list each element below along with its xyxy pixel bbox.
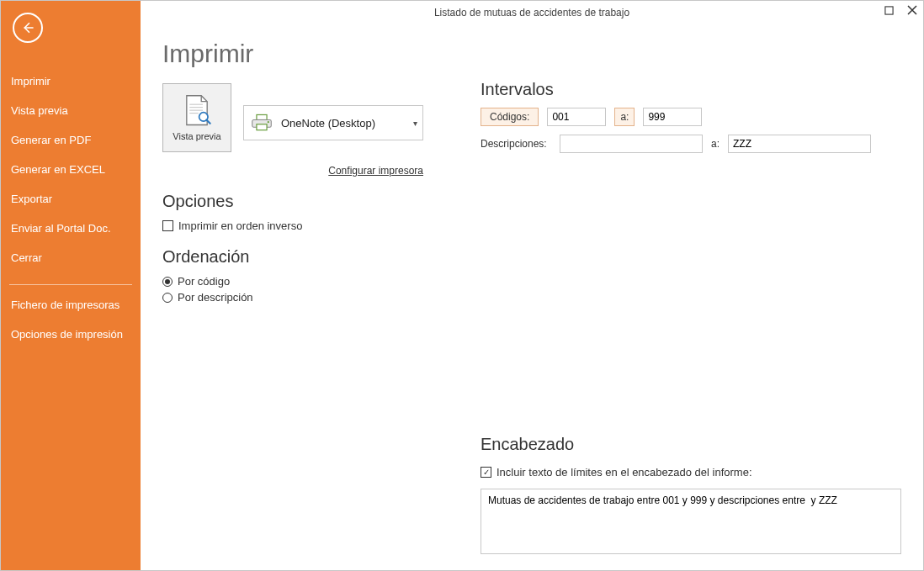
header-text-textarea[interactable] xyxy=(481,489,901,554)
sidebar-item-fichero-impresoras[interactable]: Fichero de impresoras xyxy=(9,290,132,320)
window-title: Listado de mutuas de accidentes de traba… xyxy=(434,7,629,19)
svg-rect-0 xyxy=(884,6,892,13)
orden-por-descripcion-label: Por descripción xyxy=(178,291,253,304)
sidebar: Imprimir Vista previa Generar en PDF Gen… xyxy=(1,1,141,570)
include-limits-checkbox[interactable]: ✓ xyxy=(481,467,491,478)
sidebar-item-imprimir[interactable]: Imprimir xyxy=(9,66,132,96)
vista-previa-button[interactable]: Vista previa xyxy=(162,83,231,152)
sidebar-item-enviar-portal[interactable]: Enviar al Portal Doc. xyxy=(9,214,132,243)
sidebar-separator xyxy=(9,284,132,285)
sidebar-item-exportar[interactable]: Exportar xyxy=(9,184,132,214)
descripciones-from-input[interactable] xyxy=(560,135,703,153)
page-title: Imprimir xyxy=(162,40,457,68)
orden-por-descripcion-radio[interactable] xyxy=(162,293,173,303)
svg-point-11 xyxy=(268,121,269,123)
sidebar-item-cerrar[interactable]: Cerrar xyxy=(9,243,132,272)
back-button[interactable] xyxy=(13,13,43,43)
sidebar-item-vista-previa[interactable]: Vista previa xyxy=(9,96,132,125)
codigos-from-input[interactable] xyxy=(547,108,606,126)
printer-select[interactable]: OneNote (Desktop) ▾ xyxy=(243,105,423,140)
codigos-label: Códigos: xyxy=(481,108,539,126)
include-limits-label: Incluir texto de límites en el encabezad… xyxy=(497,466,752,478)
chevron-down-icon: ▾ xyxy=(413,119,417,128)
descripciones-to-input[interactable] xyxy=(728,135,871,153)
intervalos-heading: Intervalos xyxy=(481,80,901,99)
vista-previa-label: Vista previa xyxy=(173,131,220,141)
window: Listado de mutuas de accidentes de traba… xyxy=(0,0,924,571)
orden-por-codigo-radio[interactable] xyxy=(162,277,173,287)
encabezado-heading: Encabezado xyxy=(481,435,901,454)
codigos-to-input[interactable] xyxy=(643,108,702,126)
sidebar-item-generar-pdf[interactable]: Generar en PDF xyxy=(9,125,132,155)
reverse-order-checkbox[interactable] xyxy=(162,220,173,231)
codigos-a-label: a: xyxy=(614,108,635,126)
titlebar: Listado de mutuas de accidentes de traba… xyxy=(141,1,923,24)
orden-por-codigo-label: Por código xyxy=(178,275,230,288)
svg-rect-8 xyxy=(257,114,267,119)
sidebar-item-opciones-impresion[interactable]: Opciones de impresión xyxy=(9,320,132,349)
close-button[interactable] xyxy=(905,3,920,18)
maximize-button[interactable] xyxy=(881,3,896,18)
printer-name: OneNote (Desktop) xyxy=(281,117,413,130)
configurar-impresora-link[interactable]: Configurar impresora xyxy=(328,165,423,177)
svg-rect-10 xyxy=(257,124,267,130)
descripciones-label: Descripciones: xyxy=(481,138,551,150)
opciones-heading: Opciones xyxy=(162,192,457,211)
document-magnify-icon xyxy=(182,94,212,128)
ordenacion-heading: Ordenación xyxy=(162,247,457,267)
descripciones-a-label: a: xyxy=(711,138,720,150)
reverse-order-label: Imprimir en orden inverso xyxy=(178,219,302,232)
printer-icon xyxy=(251,114,273,132)
sidebar-item-generar-excel[interactable]: Generar en EXCEL xyxy=(9,155,132,184)
content: Imprimir Vista previa xyxy=(141,1,923,570)
